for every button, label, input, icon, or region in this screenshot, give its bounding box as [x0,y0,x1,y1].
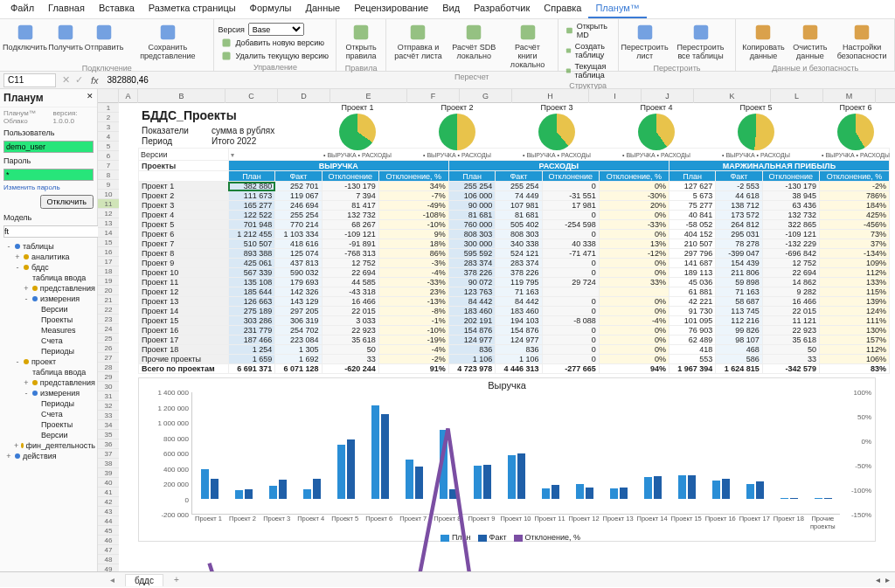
tree-node[interactable]: +фин_деятельность [0,440,97,451]
row-header[interactable]: 15 [98,238,119,247]
row-header[interactable]: 43 [98,507,119,516]
row-header[interactable]: 18 [98,266,119,276]
tree-node[interactable]: -таблицы [0,241,97,252]
col-header[interactable]: B [138,89,225,103]
row-header[interactable]: 44 [98,516,119,526]
row-header[interactable]: 27 [98,353,119,363]
row-header[interactable]: 24 [98,324,119,334]
ribbon-button[interactable]: Очистить данные [788,21,831,63]
col-header[interactable]: H [512,89,589,103]
tree-node[interactable]: Периоды [0,346,97,356]
row-header[interactable]: 12 [98,209,119,218]
row-header[interactable]: 45 [98,526,119,536]
row-header[interactable]: 36 [98,439,119,449]
tree-node[interactable]: -бддс [0,262,97,273]
ribbon-button[interactable]: Получить [48,21,83,54]
tree-node[interactable]: Версии [0,304,97,315]
row-header[interactable]: 32 [98,401,119,411]
row-header[interactable]: 39 [98,468,119,478]
tree-node[interactable]: Проекты [0,315,97,325]
row-header[interactable]: 41 [98,488,119,497]
row-header[interactable]: 2 [98,113,119,122]
col-header[interactable]: N [876,89,895,103]
col-header[interactable]: I [589,89,642,103]
fx-icon[interactable]: fx [86,75,104,86]
row-header[interactable]: 17 [98,257,119,266]
sheet-tab-add[interactable]: + [169,575,184,585]
col-header[interactable]: D [278,89,330,103]
row-header[interactable]: 10 [98,190,119,199]
confirm-icon[interactable]: ✓ [73,74,86,86]
ribbon-button[interactable]: Сохранить представление [125,21,210,63]
ribbon-button[interactable]: Перестроить все таблицы [670,21,732,63]
ribbon-tab[interactable]: Данные [298,0,347,18]
row-header[interactable]: 8 [98,170,119,180]
fx-input[interactable] [104,73,895,87]
row-header[interactable]: 20 [98,286,119,295]
col-header[interactable]: J [642,89,694,103]
row-header[interactable]: 37 [98,449,119,459]
tree-node[interactable]: +аналитика [0,252,97,262]
row-header[interactable]: 42 [98,497,119,507]
tree-node[interactable]: Проекты [0,419,97,430]
ribbon-button[interactable]: Расчёт книги локально [501,21,553,72]
disconnect-button[interactable]: Отключить [40,195,94,209]
row-header[interactable]: 31 [98,391,119,401]
row-header[interactable]: 29 [98,372,119,382]
tree-node[interactable]: -измерения [0,388,97,398]
ribbon-button[interactable]: Настройки безопасности [833,21,891,63]
tree-node[interactable]: +действия [0,451,97,461]
row-header[interactable]: 5 [98,142,119,151]
row-header[interactable]: 35 [98,430,119,439]
ribbon-tab[interactable]: Вставка [92,0,142,18]
ribbon-tab[interactable]: Главная [41,0,92,18]
col-header[interactable]: C [225,89,278,103]
ribbon-tab[interactable]: Формулы [243,0,299,18]
col-header[interactable]: F [407,89,460,103]
ribbon-button-small[interactable]: Открыть MD [562,21,614,40]
ribbon-button[interactable]: Расчёт SDB локально [448,21,499,63]
row-header[interactable]: 19 [98,276,119,286]
row-header[interactable]: 25 [98,334,119,343]
close-icon[interactable]: ✕ [87,92,94,104]
col-header[interactable]: L [771,89,823,103]
col-header[interactable]: M [823,89,876,103]
ribbon-button-small[interactable]: Создать таблицу [562,41,614,60]
row-header[interactable]: 13 [98,218,119,228]
ribbon-button[interactable]: Подключить [3,21,46,54]
ribbon-button[interactable]: Копировать данные [739,21,787,63]
row-header[interactable]: 6 [98,151,119,161]
tree-node[interactable]: +представления [0,283,97,294]
row-header[interactable]: 9 [98,180,119,190]
row-header[interactable]: 47 [98,545,119,555]
row-header[interactable]: 49 [98,564,119,571]
row-header[interactable]: 1 [98,103,119,113]
row-header[interactable]: 3 [98,122,119,132]
user-input[interactable] [3,141,94,153]
ribbon-tab[interactable]: Справка [537,0,588,18]
row-header[interactable]: 33 [98,411,119,420]
row-header[interactable]: 38 [98,459,119,468]
tree-node[interactable]: +представления [0,377,97,388]
cancel-icon[interactable]: ✕ [59,74,73,86]
ribbon-tab[interactable]: Разработчик [467,0,537,18]
col-header[interactable] [98,89,119,103]
row-header[interactable]: 23 [98,315,119,324]
ribbon-tab[interactable]: Файл [3,0,41,18]
row-header[interactable]: 26 [98,343,119,353]
sheet-tab-active[interactable]: бддс [125,574,163,586]
ribbon-tab[interactable]: Разметка страницы [142,0,243,18]
data-table[interactable]: Версии▾ПроектыВЫРУЧКАРАСХОДЫМАРЖИНАЛЬНАЯ… [138,148,890,374]
row-header[interactable]: 40 [98,478,119,488]
row-header[interactable]: 21 [98,295,119,305]
row-header[interactable]: 46 [98,536,119,545]
tree-node[interactable]: -измерения [0,294,97,304]
row-header[interactable]: 11 [98,199,119,209]
tree-node[interactable]: Счета [0,409,97,419]
col-header[interactable]: E [330,89,407,103]
col-header[interactable]: A [119,89,138,103]
tree-node[interactable]: Версии [0,430,97,440]
row-header[interactable]: 48 [98,555,119,564]
name-box[interactable] [3,73,56,87]
row-header[interactable]: 34 [98,420,119,430]
